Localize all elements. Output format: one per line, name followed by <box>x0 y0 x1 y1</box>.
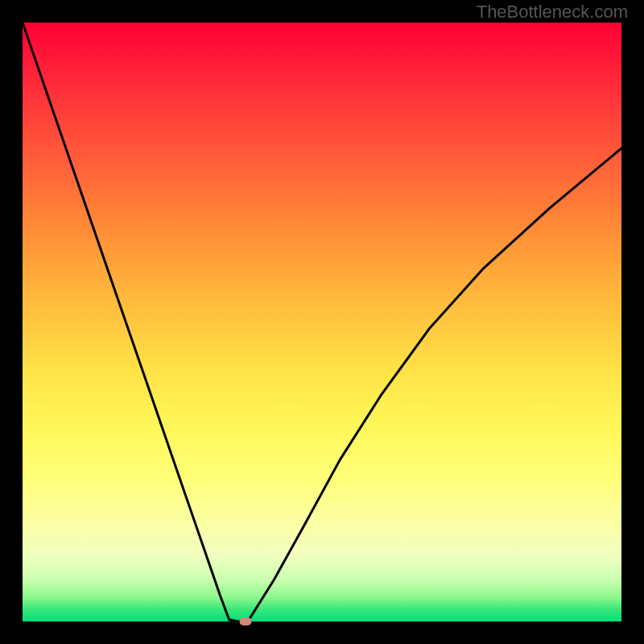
chart-frame: TheBottleneck.com <box>0 0 644 644</box>
optimal-point-marker <box>239 617 251 625</box>
bottleneck-curve <box>23 23 621 621</box>
watermark-text: TheBottleneck.com <box>477 2 628 23</box>
chart-plot-area <box>23 23 621 621</box>
